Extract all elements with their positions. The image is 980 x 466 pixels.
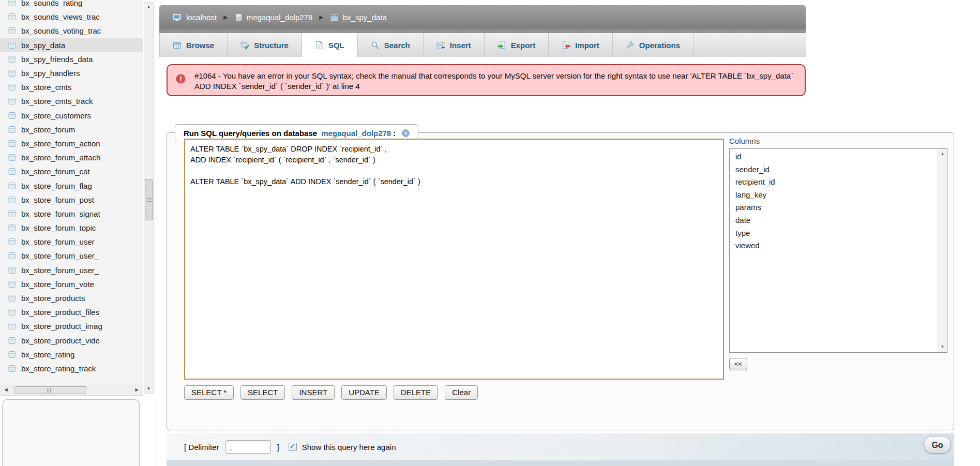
sidebar-table-item[interactable]: bx_store_rating_track (0, 362, 143, 375)
sidebar-table-item[interactable]: bx_store_forum (0, 123, 143, 137)
sidebar-table-item[interactable]: bx_store_forum_vote (0, 277, 143, 291)
scroll-up-icon[interactable]: ▲ (938, 150, 947, 158)
sidebar-table-item[interactable]: bx_store_forum_attach (0, 151, 143, 164)
scroll-left-icon[interactable]: ◀ (2, 386, 10, 394)
table-name-label: bx_store_products (21, 294, 85, 303)
table-name-label: bx_spy_data (21, 41, 65, 50)
query-template-button[interactable]: SELECT (240, 385, 285, 400)
breadcrumb-separator-icon: ▶ (319, 14, 323, 21)
breadcrumb-server[interactable]: localhost (173, 13, 217, 22)
columns-label: Columns (729, 137, 760, 145)
tab-export[interactable]: Export (485, 33, 549, 57)
tab-search[interactable]: Search (358, 33, 424, 57)
scroll-up-icon[interactable]: ▲ (144, 3, 153, 11)
table-name-label: bx_sounds_voting_trac (21, 26, 101, 35)
tab-structure[interactable]: Structure (228, 33, 302, 57)
column-option[interactable]: params (731, 201, 937, 214)
table-name-label: bx_store_forum (21, 125, 75, 134)
sql-query-textarea[interactable]: ALTER TABLE `bx_spy_data` DROP INDEX `re… (184, 139, 724, 380)
sidebar-table-item[interactable]: bx_store_forum_cat (0, 164, 143, 178)
column-option[interactable]: sender_id (731, 163, 937, 176)
sidebar-table-item[interactable]: bx_spy_data (0, 38, 143, 52)
import-icon (562, 41, 570, 50)
sidebar-table-item[interactable]: bx_store_forum_user_ (0, 263, 143, 277)
table-name-label: bx_store_forum_flag (21, 182, 92, 190)
breadcrumb-database[interactable]: megaqual_dolp278 (235, 13, 313, 22)
sidebar-table-item[interactable]: bx_store_forum_action (0, 137, 143, 151)
column-option[interactable]: type (731, 227, 937, 240)
table-icon (8, 55, 16, 63)
horizontal-scroll-thumb[interactable] (14, 386, 86, 394)
query-template-button[interactable]: SELECT * (184, 385, 234, 400)
table-name-label: bx_store_product_vide (21, 336, 100, 345)
sidebar-table-item[interactable]: bx_store_cmts_track (0, 94, 143, 108)
legend-database-name[interactable]: megaqual_dolp278 (321, 129, 391, 138)
sidebar-horizontal-scrollbar[interactable]: ◀ ▶ (0, 385, 143, 396)
tab-label: Import (575, 41, 599, 50)
sidebar-table-item[interactable]: bx_store_rating (0, 348, 143, 362)
table-name-label: bx_store_rating (21, 350, 74, 359)
sidebar-vertical-scrollbar[interactable]: ▲ ▼ (144, 2, 154, 394)
go-button[interactable]: Go (924, 436, 951, 454)
query-template-button[interactable]: UPDATE (341, 385, 387, 400)
scroll-down-icon[interactable]: ▼ (144, 385, 153, 393)
footer-strip (167, 460, 954, 466)
show-query-label[interactable]: Show this query here again (302, 443, 396, 452)
sidebar-table-item[interactable]: bx_store_forum_flag (0, 178, 143, 192)
tab-operations[interactable]: Operations (613, 33, 693, 57)
vertical-scroll-thumb[interactable] (145, 179, 153, 220)
search-icon (371, 41, 380, 50)
scroll-right-icon[interactable]: ▶ (132, 386, 141, 394)
scroll-down-icon[interactable]: ▼ (938, 343, 947, 351)
sidebar-table-item[interactable]: bx_store_products (0, 291, 143, 305)
sql-error-banner: #1064 - You have an error in your SQL sy… (167, 64, 806, 96)
table-icon (8, 13, 16, 21)
table-icon (8, 126, 16, 133)
table-icon (8, 140, 16, 147)
sidebar-table-item[interactable]: bx_store_forum_signat (0, 207, 143, 221)
delimiter-input[interactable] (225, 440, 271, 454)
sidebar-table-item[interactable]: bx_store_product_files (0, 305, 143, 319)
breadcrumb-table-label[interactable]: bx_spy_data (343, 13, 387, 22)
sidebar-table-item[interactable]: bx_store_product_imag (0, 319, 143, 333)
breadcrumb-database-label[interactable]: megaqual_dolp278 (247, 13, 313, 22)
show-query-checkbox[interactable]: ✓ (289, 443, 297, 451)
sidebar-table-item[interactable]: bx_spy_handlers (0, 66, 143, 80)
breadcrumb-server-label[interactable]: localhost (186, 13, 217, 22)
table-name-label: bx_store_forum_action (21, 139, 100, 148)
sidebar-table-item[interactable]: bx_store_cmts (0, 80, 143, 94)
sidebar-table-item[interactable]: bx_spy_friends_data (0, 52, 143, 66)
sidebar-table-item[interactable]: bx_store_product_vide (0, 334, 143, 348)
help-icon[interactable]: ? (402, 129, 410, 137)
columns-listbox[interactable]: id sender_id recipient_id lang_key param… (729, 148, 947, 353)
table-name-label: bx_store_product_imag (21, 322, 102, 330)
query-template-button[interactable]: Clear (445, 385, 478, 400)
thumb-grip (147, 198, 152, 202)
tab-import[interactable]: Import (549, 33, 613, 57)
column-option[interactable]: date (731, 214, 937, 227)
sidebar-table-item[interactable]: bx_store_forum_topic (0, 221, 143, 235)
table-name-label: bx_sounds_views_trac (21, 12, 100, 21)
sidebar-table-item[interactable]: bx_store_forum_user_ (0, 249, 143, 263)
tab-sql[interactable]: SQL (302, 33, 358, 57)
column-option[interactable]: recipient_id (731, 176, 937, 189)
sidebar-table-item[interactable]: bx_sounds_views_trac (0, 10, 143, 24)
sidebar-table-item[interactable]: bx_store_forum_user (0, 235, 143, 249)
collapse-columns-button[interactable]: << (729, 358, 747, 370)
tab-insert[interactable]: Insert (424, 33, 485, 57)
column-option[interactable]: viewed (731, 239, 937, 252)
table-name-label: bx_store_cmts_track (21, 97, 93, 106)
sidebar-table-item[interactable]: bx_store_customers (0, 109, 143, 123)
columns-scrollbar[interactable]: ▲ ▼ (938, 149, 947, 352)
tab-browse[interactable]: Browse (160, 33, 228, 57)
query-template-button[interactable]: DELETE (394, 385, 438, 400)
column-option[interactable]: id (731, 151, 937, 163)
breadcrumb-table[interactable]: bx_spy_data (330, 13, 387, 22)
sidebar-table-item[interactable]: bx_store_forum_post (0, 193, 143, 207)
error-message: #1064 - You have an error in your SQL sy… (194, 71, 793, 91)
query-template-button[interactable]: INSERT (292, 385, 335, 400)
table-icon (8, 224, 16, 232)
sidebar-table-item[interactable]: bx_sounds_rating (0, 0, 143, 10)
sidebar-table-item[interactable]: bx_sounds_voting_trac (0, 24, 143, 38)
column-option[interactable]: lang_key (731, 189, 937, 202)
